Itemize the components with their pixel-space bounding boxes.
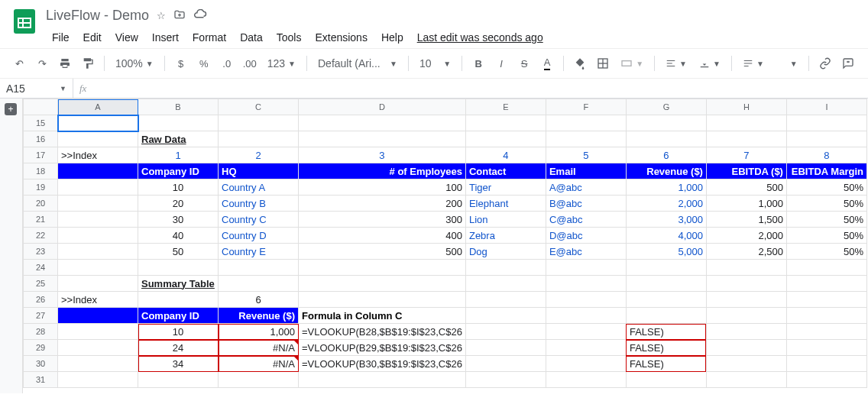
menu-file[interactable]: File (46, 28, 76, 47)
rotate-dropdown[interactable]: ▼ (772, 58, 802, 69)
cloud-icon[interactable] (193, 9, 207, 22)
row-header[interactable]: 17 (24, 147, 58, 163)
decrease-decimal-icon[interactable]: .0 (217, 53, 237, 73)
name-box[interactable]: A15▼ (0, 82, 73, 95)
sheets-logo[interactable] (9, 6, 40, 37)
italic-icon[interactable]: I (491, 53, 511, 73)
comment-icon[interactable] (838, 53, 858, 73)
row-header[interactable]: 24 (24, 260, 58, 276)
row-header[interactable]: 29 (24, 340, 58, 356)
row-header[interactable]: 16 (24, 131, 58, 147)
row-header[interactable]: 27 (24, 308, 58, 324)
select-all-cell[interactable] (24, 99, 58, 115)
row-header[interactable]: 19 (24, 179, 58, 196)
currency-icon[interactable]: $ (171, 53, 191, 73)
toolbar: ↶ ↷ 100%▼ $ % .0 .00 123▼ Default (Ari..… (0, 48, 868, 79)
spreadsheet-grid[interactable]: A B C D E F G H I 15 16Raw Data 17 >>Ind… (23, 99, 868, 393)
fx-icon: fx (73, 82, 92, 95)
undo-icon[interactable]: ↶ (9, 53, 29, 73)
menu-format[interactable]: Format (186, 28, 232, 47)
redo-icon[interactable]: ↷ (32, 53, 52, 73)
col-header[interactable]: C (219, 99, 299, 115)
fill-color-icon[interactable] (570, 53, 590, 73)
format-more-dropdown[interactable]: 123▼ (263, 57, 300, 70)
increase-decimal-icon[interactable]: .00 (240, 53, 260, 73)
row-header[interactable]: 26 (24, 292, 58, 308)
row-header[interactable]: 18 (24, 163, 58, 179)
row-header[interactable]: 23 (24, 244, 58, 260)
doc-title[interactable]: LiveFlow - Demo (46, 8, 149, 24)
col-header[interactable]: I (786, 99, 866, 115)
menubar: File Edit View Insert Format Data Tools … (46, 27, 859, 48)
col-header[interactable]: B (138, 99, 219, 115)
font-dropdown[interactable]: Default (Ari...▼ (313, 57, 402, 70)
row-header[interactable]: 28 (24, 324, 58, 340)
expand-rows-icon[interactable]: + (5, 103, 17, 115)
font-size-dropdown[interactable]: 10 ▼ (415, 57, 455, 70)
header-bar: LiveFlow - Demo ☆ File Edit View Insert … (0, 0, 868, 48)
svg-rect-7 (622, 61, 631, 66)
row-header[interactable]: 31 (24, 372, 58, 388)
star-icon[interactable]: ☆ (157, 10, 166, 21)
menu-insert[interactable]: Insert (146, 28, 185, 47)
row-header[interactable]: 21 (24, 212, 58, 228)
left-gutter: + (0, 99, 23, 393)
wrap-dropdown[interactable]: ▼ (738, 58, 769, 69)
row-header[interactable]: 30 (24, 356, 58, 372)
zoom-dropdown[interactable]: 100%▼ (111, 57, 158, 70)
menu-extensions[interactable]: Extensions (309, 28, 373, 47)
col-header[interactable]: A (58, 99, 138, 115)
last-edit-link[interactable]: Last edit was seconds ago (411, 28, 549, 47)
cell-a15[interactable] (58, 115, 138, 131)
borders-icon[interactable] (593, 53, 613, 73)
move-icon[interactable] (173, 8, 186, 23)
row-header[interactable]: 20 (24, 196, 58, 212)
row-header[interactable]: 22 (24, 228, 58, 244)
formula-bar: A15▼ fx (0, 79, 868, 99)
halign-dropdown[interactable]: ▼ (661, 58, 691, 69)
valign-dropdown[interactable]: ▼ (695, 58, 725, 69)
col-header[interactable]: D (299, 99, 466, 115)
row-header[interactable]: 15 (24, 115, 58, 131)
menu-data[interactable]: Data (234, 28, 269, 47)
col-header[interactable]: G (626, 99, 706, 115)
menu-edit[interactable]: Edit (77, 28, 108, 47)
strike-icon[interactable]: S (514, 53, 534, 73)
col-header[interactable]: F (546, 99, 626, 115)
menu-help[interactable]: Help (375, 28, 410, 47)
merge-dropdown[interactable]: ▼ (616, 57, 648, 70)
paint-format-icon[interactable] (78, 53, 98, 73)
print-icon[interactable] (55, 53, 75, 73)
row-header[interactable]: 25 (24, 276, 58, 292)
cell[interactable]: Raw Data (138, 131, 219, 147)
menu-view[interactable]: View (109, 28, 144, 47)
bold-icon[interactable]: B (468, 53, 488, 73)
link-icon[interactable] (815, 53, 835, 73)
cell[interactable]: >>Index (58, 147, 138, 163)
text-color-icon[interactable]: A (537, 53, 557, 73)
col-header[interactable]: H (706, 99, 786, 115)
menu-tools[interactable]: Tools (270, 28, 308, 47)
svg-rect-0 (14, 9, 35, 34)
percent-icon[interactable]: % (194, 53, 214, 73)
col-header[interactable]: E (465, 99, 546, 115)
